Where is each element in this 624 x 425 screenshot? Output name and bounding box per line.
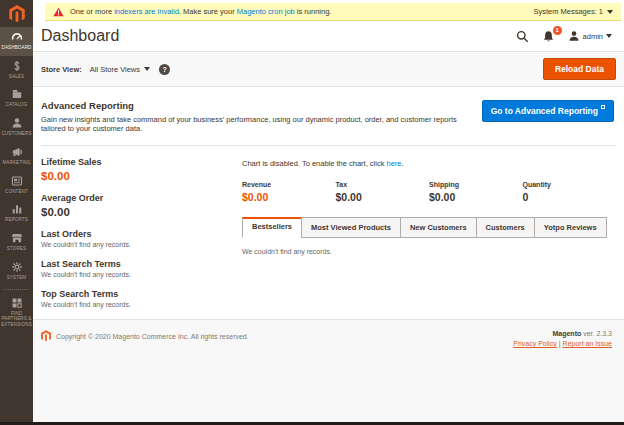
metric-label: Last Orders	[41, 229, 242, 239]
dashboard-grid: Lifetime Sales $0.00 Average Order $0.00…	[41, 146, 616, 319]
warning-icon	[53, 7, 64, 17]
metrics-column: Lifetime Sales $0.00 Average Order $0.00…	[41, 157, 242, 319]
stat-label: Quantity	[523, 181, 617, 188]
user-icon	[568, 30, 580, 42]
admin-user-menu[interactable]: admin	[568, 30, 612, 42]
page-icon	[11, 175, 23, 187]
quantity-stat: Quantity 0	[523, 181, 617, 203]
magento-logo[interactable]	[0, 0, 33, 27]
advanced-reporting-section: Advanced Reporting Gain new insights and…	[41, 87, 616, 146]
chart-note-suffix: .	[402, 159, 404, 168]
footer-brand: Magento	[552, 330, 581, 337]
report-issue-link[interactable]: Report an Issue	[563, 340, 612, 347]
advanced-reporting-button-label: Go to Advanced Reporting	[491, 106, 598, 116]
enable-chart-link[interactable]: here	[387, 159, 402, 168]
main-area: One or more indexers are invalid. Make s…	[33, 0, 624, 425]
sidebar-item-label: STORES	[1, 246, 32, 252]
privacy-policy-link[interactable]: Privacy Policy	[513, 340, 557, 347]
go-to-advanced-reporting-button[interactable]: Go to Advanced Reporting	[482, 100, 614, 122]
metric-value: $0.00	[41, 170, 242, 182]
empty-records-note: We couldn't find any records.	[41, 271, 242, 278]
chart-note-prefix: Chart is disabled. To enable the chart, …	[242, 159, 387, 168]
external-link-icon	[601, 105, 605, 109]
sidebar-item-reports[interactable]: REPORTS	[0, 199, 33, 228]
box-icon	[11, 88, 23, 100]
sidebar-item-catalog[interactable]: CATALOG	[0, 84, 33, 113]
footer-links: Privacy Policy | Report an Issue	[513, 340, 612, 347]
sidebar-item-customers[interactable]: CUSTOMERS	[0, 113, 33, 142]
cron-job-link[interactable]: Magento cron job	[237, 7, 295, 16]
stat-value: $0.00	[336, 191, 430, 203]
indexers-invalid-link[interactable]: indexers are invalid	[114, 7, 179, 16]
gear-icon	[11, 261, 23, 273]
chart-and-tabs-column: Chart is disabled. To enable the chart, …	[242, 157, 616, 319]
empty-records-note: We couldn't find any records.	[41, 301, 242, 308]
metric-label: Average Order	[41, 193, 242, 203]
store-view-toolbar: Store View: All Store Views ? Reload Dat…	[33, 52, 624, 87]
sidebar-item-content[interactable]: CONTENT	[0, 171, 33, 200]
stat-value: 0	[523, 191, 617, 203]
footer-copyright-group: Copyright © 2020 Magento Commerce Inc. A…	[41, 330, 249, 342]
store-view-label: Store View:	[41, 65, 82, 74]
notifications-button[interactable]: 1	[542, 30, 555, 43]
totals-row: Revenue $0.00 Tax $0.00 Shipping $0.00	[242, 181, 616, 203]
metric-label: Top Search Terms	[41, 289, 242, 299]
dollar-icon	[11, 60, 23, 72]
sidebar-item-label: CUSTOMERS	[1, 131, 32, 137]
extensions-icon	[11, 297, 23, 309]
system-messages-toggle[interactable]: System Messages: 1	[533, 7, 613, 16]
copyright-text: Copyright © 2020 Magento Commerce Inc. A…	[56, 333, 249, 340]
sidebar-item-stores[interactable]: STORES	[0, 228, 33, 257]
footer-row: Copyright © 2020 Magento Commerce Inc. A…	[41, 330, 612, 347]
tab-bestsellers[interactable]: Bestsellers	[242, 217, 302, 238]
sidebar-item-label: CONTENT	[1, 189, 32, 195]
chevron-down-icon	[607, 10, 613, 14]
magento-admin-window: DASHBOARD SALES CATALOG CUSTOMERS	[0, 0, 624, 425]
chevron-down-icon	[606, 34, 612, 38]
store-view-selector[interactable]: All Store Views	[90, 65, 150, 74]
header-actions: 1 admin	[516, 30, 612, 43]
tab-yotpo-reviews[interactable]: Yotpo Reviews	[534, 217, 607, 238]
store-view-value: All Store Views	[90, 65, 140, 74]
sidebar-item-dashboard[interactable]: DASHBOARD	[0, 27, 33, 56]
tab-new-customers[interactable]: New Customers	[400, 217, 477, 238]
average-order-metric: Average Order $0.00	[41, 193, 242, 218]
page-title: Dashboard	[41, 27, 119, 45]
top-search-terms-metric: Top Search Terms We couldn't find any re…	[41, 289, 242, 308]
sidebar-item-marketing[interactable]: MARKETING	[0, 142, 33, 171]
tab-empty-note: We couldn't find any records.	[242, 248, 616, 255]
chevron-down-icon	[144, 67, 150, 71]
speedometer-icon	[11, 31, 23, 43]
empty-records-note: We couldn't find any records.	[41, 241, 242, 248]
search-icon	[516, 30, 529, 43]
sidebar-item-system[interactable]: SYSTEM	[0, 257, 33, 286]
tax-stat: Tax $0.00	[336, 181, 430, 203]
sidebar-divider	[4, 289, 29, 290]
reload-data-button[interactable]: Reload Data	[543, 58, 616, 80]
help-icon[interactable]: ?	[159, 64, 170, 75]
message-prefix: One or more	[70, 7, 114, 16]
sidebar-item-find-partners[interactable]: FIND PARTNERS & EXTENSIONS	[0, 293, 33, 333]
system-messages-bar: One or more indexers are invalid. Make s…	[45, 3, 621, 21]
last-orders-metric: Last Orders We couldn't find any records…	[41, 229, 242, 248]
metric-label: Lifetime Sales	[41, 157, 242, 167]
advanced-reporting-title: Advanced Reporting	[41, 100, 482, 111]
tab-most-viewed-products[interactable]: Most Viewed Products	[301, 217, 401, 238]
stat-label: Tax	[336, 181, 430, 188]
tab-customers[interactable]: Customers	[476, 217, 535, 238]
stat-value: $0.00	[429, 191, 523, 203]
admin-user-name: admin	[583, 32, 603, 41]
sidebar-item-label: SYSTEM	[1, 275, 32, 281]
sidebar-item-sales[interactable]: SALES	[0, 56, 33, 85]
dashboard-tabs: Bestsellers Most Viewed Products New Cus…	[242, 217, 616, 238]
megaphone-icon	[11, 146, 23, 158]
version-line: Magento ver. 2.3.3	[513, 330, 612, 337]
message-text: One or more indexers are invalid. Make s…	[70, 7, 331, 16]
stat-label: Shipping	[429, 181, 523, 188]
footer: Copyright © 2020 Magento Commerce Inc. A…	[33, 319, 624, 425]
sidebar-item-label: CATALOG	[1, 102, 32, 108]
search-button[interactable]	[516, 30, 529, 43]
magento-logo-icon	[9, 5, 25, 23]
page-header: Dashboard 1	[33, 21, 624, 52]
dashboard-content: Advanced Reporting Gain new insights and…	[33, 87, 624, 319]
